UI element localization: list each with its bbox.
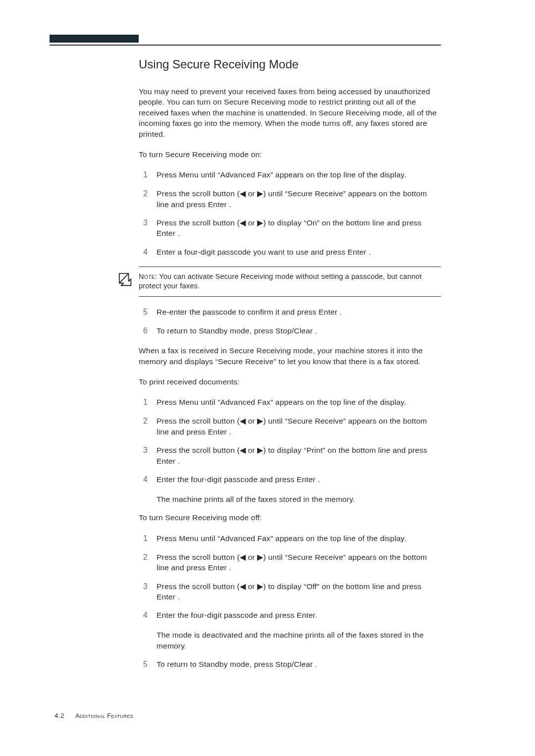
- step-text: Enter the four-digit passcode and press …: [157, 610, 441, 621]
- list-item: 2Press the scroll button (◀ or ▶) until …: [139, 188, 441, 210]
- list-item: 3Press the scroll button (◀ or ▶) to dis…: [139, 217, 441, 239]
- list-item: 4Enter the four-digit passcode and press…: [139, 474, 441, 485]
- list-item: 5To return to Standby mode, press Stop/C…: [139, 659, 441, 670]
- page-footer: 4.2 Additional Features: [54, 712, 133, 719]
- proc-a-steps: 1Press Menu until “Advanced Fax” appears…: [139, 169, 441, 258]
- list-item: 3Press the scroll button (◀ or ▶) to dis…: [139, 445, 441, 466]
- intro-paragraph: You may need to prevent your received fa…: [139, 86, 441, 139]
- step-text: Press the scroll button (◀ or ▶) until “…: [157, 552, 441, 573]
- step-number: 3: [139, 445, 148, 466]
- list-item: 1Press Menu until “Advanced Fax” appears…: [139, 533, 441, 544]
- step-text: Press the scroll button (◀ or ▶) to disp…: [157, 581, 441, 602]
- list-item: 2Press the scroll button (◀ or ▶) until …: [139, 552, 441, 573]
- proc-b-steps: 1Press Menu until “Advanced Fax” appears…: [139, 397, 441, 485]
- step-number: 1: [139, 533, 148, 544]
- mid-paragraph: When a fax is received in Secure Receivi…: [139, 345, 441, 367]
- step-number: 6: [139, 325, 148, 336]
- proc-c-tail: The mode is deactivated and the machine …: [157, 630, 441, 651]
- header-thin-rule: [50, 45, 441, 46]
- proc-c-steps: 1Press Menu until “Advanced Fax” appears…: [139, 533, 441, 621]
- step-number: 4: [139, 474, 148, 485]
- list-item: 1Press Menu until “Advanced Fax” appears…: [139, 169, 441, 180]
- step-text: Press Menu until “Advanced Fax” appears …: [157, 169, 441, 180]
- list-item: 6To return to Standby mode, press Stop/C…: [139, 325, 441, 336]
- note-text: : You can activate Secure Receiving mode…: [139, 272, 422, 290]
- step-number: 2: [139, 416, 148, 437]
- chapter-label: Additional Features: [75, 712, 133, 719]
- content-column: Using Secure Receiving Mode You may need…: [139, 57, 441, 670]
- list-item: 4Enter the four-digit passcode and press…: [139, 610, 441, 621]
- step-text: Press Menu until “Advanced Fax” appears …: [157, 397, 441, 408]
- note-label: Note: [139, 272, 155, 280]
- header-thick-rule: [50, 35, 139, 43]
- step-text: Press Menu until “Advanced Fax” appears …: [157, 533, 441, 544]
- list-item: 5Re-enter the passcode to confirm it and…: [139, 307, 441, 318]
- step-number: 3: [139, 581, 148, 602]
- section-title: Using Secure Receiving Mode: [139, 57, 441, 71]
- step-number: 5: [139, 307, 148, 318]
- manual-page: Using Secure Receiving Mode You may need…: [0, 0, 535, 756]
- step-text: Re-enter the passcode to confirm it and …: [157, 307, 441, 318]
- step-number: 5: [139, 659, 148, 670]
- step-text: Enter a four-digit passcode you want to …: [157, 247, 441, 258]
- list-item: 4Enter a four-digit passcode you want to…: [139, 247, 441, 258]
- proc-b-lead: To print received documents:: [139, 377, 441, 387]
- step-number: 2: [139, 188, 148, 210]
- step-number: 3: [139, 217, 148, 239]
- proc-c-steps-cont: 5To return to Standby mode, press Stop/C…: [139, 659, 441, 670]
- step-number: 4: [139, 610, 148, 621]
- list-item: 3Press the scroll button (◀ or ▶) to dis…: [139, 581, 441, 602]
- proc-a-steps-cont: 5Re-enter the passcode to confirm it and…: [139, 307, 441, 336]
- note-icon: [118, 272, 133, 287]
- page-number: 4.2: [54, 712, 64, 719]
- note-block: Note: You can activate Secure Receiving …: [139, 267, 441, 297]
- step-text: To return to Standby mode, press Stop/Cl…: [157, 659, 441, 670]
- step-text: Press the scroll button (◀ or ▶) until “…: [157, 416, 441, 437]
- step-text: To return to Standby mode, press Stop/Cl…: [157, 325, 441, 336]
- step-number: 1: [139, 169, 148, 180]
- step-number: 1: [139, 397, 148, 408]
- step-number: 2: [139, 552, 148, 573]
- step-text: Press the scroll button (◀ or ▶) until “…: [157, 188, 441, 210]
- proc-a-lead: To turn Secure Receiving mode on:: [139, 149, 441, 160]
- step-text: Enter the four-digit passcode and press …: [157, 474, 441, 485]
- list-item: 1Press Menu until “Advanced Fax” appears…: [139, 397, 441, 408]
- step-number: 4: [139, 247, 148, 258]
- list-item: 2Press the scroll button (◀ or ▶) until …: [139, 416, 441, 437]
- step-text: Press the scroll button (◀ or ▶) to disp…: [157, 445, 441, 466]
- step-text: Press the scroll button (◀ or ▶) to disp…: [157, 217, 441, 239]
- proc-b-tail: The machine prints all of the faxes stor…: [157, 494, 441, 504]
- proc-c-lead: To turn Secure Receiving mode off:: [139, 512, 441, 523]
